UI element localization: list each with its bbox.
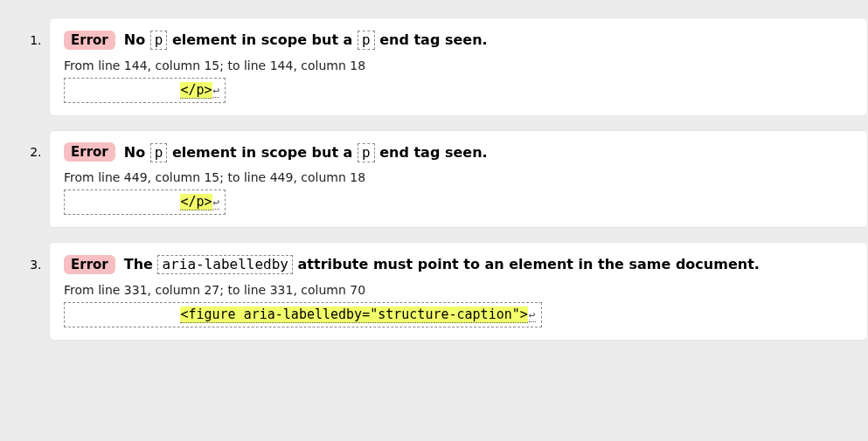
list-item: Error No p element in scope but a p end … [45,17,868,116]
list-item: Error The aria-labelledby attribute must… [45,242,868,341]
message-header: Error The aria-labelledby attribute must… [64,253,853,276]
highlight: </p> [180,82,212,99]
message-text: The aria-labelledby attribute must point… [124,253,760,276]
code-token: p [358,143,375,162]
location-text: From line 144, column 15; to line 144, c… [64,59,853,72]
message-text: No p element in scope but a p end tag se… [124,29,488,52]
message-text: No p element in scope but a p end tag se… [124,141,488,164]
list-item: Error No p element in scope but a p end … [45,130,868,229]
message-header: Error No p element in scope but a p end … [64,29,853,52]
newline-icon: ↩ [213,84,220,98]
newline-icon: ↩ [213,196,220,210]
code-token: aria-labelledby [157,255,293,274]
message-box: Error The aria-labelledby attribute must… [49,242,868,341]
error-badge: Error [64,31,115,50]
message-header: Error No p element in scope but a p end … [64,141,853,164]
code-extract: </p>↩ [64,189,226,215]
code-extract: <figure aria-labelledby="structure-capti… [64,302,542,327]
code-extract: </p>↩ [64,78,226,103]
code-token: p [150,143,168,162]
code-token: p [150,31,168,50]
message-box: Error No p element in scope but a p end … [49,17,868,116]
highlight: </p> [180,194,212,210]
location-text: From line 449, column 15; to line 449, c… [64,170,853,184]
highlight: <figure aria-labelledby="structure-capti… [180,307,527,323]
error-badge: Error [64,142,115,162]
message-box: Error No p element in scope but a p end … [49,130,868,229]
validation-messages: Error No p element in scope but a p end … [0,17,868,341]
location-text: From line 331, column 27; to line 331, c… [64,283,853,297]
newline-icon: ↩ [529,308,536,322]
code-token: p [358,31,375,50]
error-badge: Error [64,255,115,274]
